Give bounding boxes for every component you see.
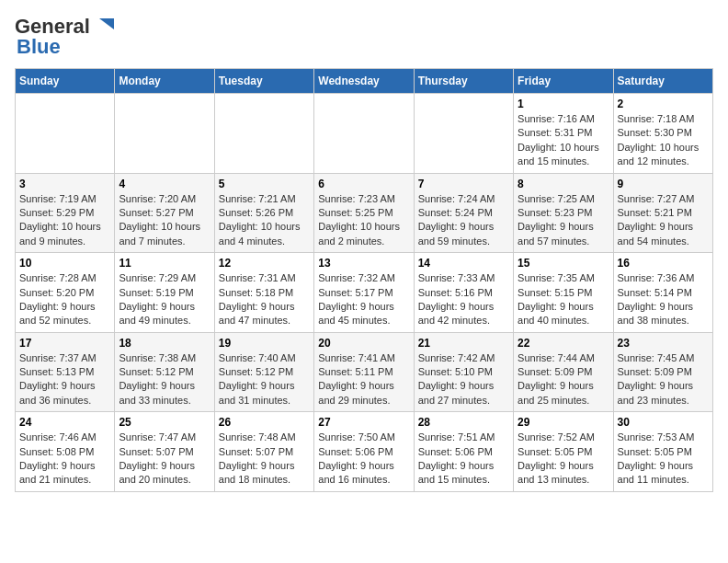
day-info: Sunrise: 7:50 AMSunset: 5:06 PMDaylight:…: [318, 431, 409, 488]
calendar-cell: 9Sunrise: 7:27 AMSunset: 5:21 PMDaylight…: [613, 173, 712, 253]
day-info: Sunrise: 7:35 AMSunset: 5:15 PMDaylight:…: [518, 271, 609, 328]
day-info: Sunrise: 7:47 AMSunset: 5:07 PMDaylight:…: [119, 431, 210, 488]
calendar: SundayMondayTuesdayWednesdayThursdayFrid…: [15, 68, 713, 492]
day-number: 14: [418, 257, 509, 270]
day-number: 3: [19, 178, 110, 190]
calendar-cell: [414, 94, 513, 174]
day-number: 11: [119, 257, 210, 270]
calendar-cell: 23Sunrise: 7:45 AMSunset: 5:09 PMDayligh…: [613, 332, 712, 412]
calendar-cell: 29Sunrise: 7:52 AMSunset: 5:05 PMDayligh…: [514, 412, 613, 492]
day-info: Sunrise: 7:42 AMSunset: 5:10 PMDaylight:…: [418, 351, 509, 408]
calendar-cell: 19Sunrise: 7:40 AMSunset: 5:12 PMDayligh…: [214, 332, 313, 412]
header: General Blue: [15, 15, 713, 59]
calendar-cell: 18Sunrise: 7:38 AMSunset: 5:12 PMDayligh…: [115, 332, 214, 412]
calendar-cell: 28Sunrise: 7:51 AMSunset: 5:06 PMDayligh…: [414, 412, 513, 492]
svg-marker-0: [99, 18, 114, 29]
day-info: Sunrise: 7:52 AMSunset: 5:05 PMDaylight:…: [518, 431, 609, 488]
calendar-week-row: 1Sunrise: 7:16 AMSunset: 5:31 PMDaylight…: [16, 94, 713, 174]
weekday-header-row: SundayMondayTuesdayWednesdayThursdayFrid…: [16, 69, 713, 94]
weekday-header-cell: Saturday: [613, 69, 712, 94]
weekday-header-cell: Wednesday: [314, 69, 414, 94]
calendar-cell: 8Sunrise: 7:25 AMSunset: 5:23 PMDaylight…: [514, 173, 613, 253]
day-number: 26: [219, 416, 310, 429]
day-info: Sunrise: 7:27 AMSunset: 5:21 PMDaylight:…: [618, 192, 709, 249]
calendar-week-row: 24Sunrise: 7:46 AMSunset: 5:08 PMDayligh…: [16, 412, 713, 492]
day-number: 22: [518, 337, 609, 350]
day-number: 20: [318, 337, 409, 350]
day-number: 5: [219, 178, 310, 190]
day-info: Sunrise: 7:33 AMSunset: 5:16 PMDaylight:…: [418, 271, 509, 328]
calendar-cell: 24Sunrise: 7:46 AMSunset: 5:08 PMDayligh…: [16, 412, 115, 492]
calendar-cell: 6Sunrise: 7:23 AMSunset: 5:25 PMDaylight…: [314, 173, 414, 253]
day-info: Sunrise: 7:31 AMSunset: 5:18 PMDaylight:…: [219, 271, 310, 328]
day-info: Sunrise: 7:44 AMSunset: 5:09 PMDaylight:…: [518, 351, 609, 408]
calendar-cell: 12Sunrise: 7:31 AMSunset: 5:18 PMDayligh…: [214, 253, 313, 333]
weekday-header-cell: Sunday: [16, 69, 115, 94]
day-number: 30: [618, 416, 709, 429]
day-info: Sunrise: 7:25 AMSunset: 5:23 PMDaylight:…: [518, 192, 609, 249]
calendar-cell: [314, 94, 414, 174]
day-number: 18: [119, 337, 210, 350]
day-number: 19: [219, 337, 310, 350]
day-number: 27: [318, 416, 409, 429]
calendar-body: 1Sunrise: 7:16 AMSunset: 5:31 PMDaylight…: [16, 94, 713, 492]
calendar-cell: [214, 94, 313, 174]
weekday-header-cell: Monday: [115, 69, 214, 94]
calendar-cell: 15Sunrise: 7:35 AMSunset: 5:15 PMDayligh…: [514, 253, 613, 333]
day-number: 13: [318, 257, 409, 270]
weekday-header-cell: Friday: [514, 69, 613, 94]
calendar-cell: 14Sunrise: 7:33 AMSunset: 5:16 PMDayligh…: [414, 253, 513, 333]
day-info: Sunrise: 7:41 AMSunset: 5:11 PMDaylight:…: [318, 351, 409, 408]
day-info: Sunrise: 7:40 AMSunset: 5:12 PMDaylight:…: [219, 351, 310, 408]
day-number: 24: [19, 416, 110, 429]
day-number: 15: [518, 257, 609, 270]
day-number: 29: [518, 416, 609, 429]
day-info: Sunrise: 7:32 AMSunset: 5:17 PMDaylight:…: [318, 271, 409, 328]
day-number: 7: [418, 178, 509, 190]
day-number: 28: [418, 416, 509, 429]
calendar-cell: 13Sunrise: 7:32 AMSunset: 5:17 PMDayligh…: [314, 253, 414, 333]
calendar-cell: 10Sunrise: 7:28 AMSunset: 5:20 PMDayligh…: [16, 253, 115, 333]
day-number: 10: [19, 257, 110, 270]
day-number: 16: [618, 257, 709, 270]
day-info: Sunrise: 7:24 AMSunset: 5:24 PMDaylight:…: [418, 192, 509, 249]
day-info: Sunrise: 7:16 AMSunset: 5:31 PMDaylight:…: [518, 112, 609, 169]
calendar-cell: 16Sunrise: 7:36 AMSunset: 5:14 PMDayligh…: [613, 253, 712, 333]
calendar-cell: 7Sunrise: 7:24 AMSunset: 5:24 PMDaylight…: [414, 173, 513, 253]
day-number: 23: [618, 337, 709, 350]
calendar-cell: 11Sunrise: 7:29 AMSunset: 5:19 PMDayligh…: [115, 253, 214, 333]
calendar-cell: 3Sunrise: 7:19 AMSunset: 5:29 PMDaylight…: [16, 173, 115, 253]
calendar-week-row: 10Sunrise: 7:28 AMSunset: 5:20 PMDayligh…: [16, 253, 713, 333]
day-number: 12: [219, 257, 310, 270]
calendar-cell: 4Sunrise: 7:20 AMSunset: 5:27 PMDaylight…: [115, 173, 214, 253]
calendar-cell: 20Sunrise: 7:41 AMSunset: 5:11 PMDayligh…: [314, 332, 414, 412]
day-info: Sunrise: 7:28 AMSunset: 5:20 PMDaylight:…: [19, 271, 110, 328]
day-info: Sunrise: 7:36 AMSunset: 5:14 PMDaylight:…: [618, 271, 709, 328]
calendar-cell: 22Sunrise: 7:44 AMSunset: 5:09 PMDayligh…: [514, 332, 613, 412]
logo: General Blue: [15, 15, 116, 59]
calendar-cell: 30Sunrise: 7:53 AMSunset: 5:05 PMDayligh…: [613, 412, 712, 492]
day-info: Sunrise: 7:38 AMSunset: 5:12 PMDaylight:…: [119, 351, 210, 408]
calendar-week-row: 3Sunrise: 7:19 AMSunset: 5:29 PMDaylight…: [16, 173, 713, 253]
calendar-cell: 5Sunrise: 7:21 AMSunset: 5:26 PMDaylight…: [214, 173, 313, 253]
day-info: Sunrise: 7:48 AMSunset: 5:07 PMDaylight:…: [219, 431, 310, 488]
calendar-cell: 2Sunrise: 7:18 AMSunset: 5:30 PMDaylight…: [613, 94, 712, 174]
calendar-cell: [16, 94, 115, 174]
weekday-header-cell: Thursday: [414, 69, 513, 94]
day-number: 25: [119, 416, 210, 429]
weekday-header-cell: Tuesday: [214, 69, 313, 94]
day-info: Sunrise: 7:46 AMSunset: 5:08 PMDaylight:…: [19, 431, 110, 488]
logo-arrow-icon: [90, 17, 116, 37]
day-info: Sunrise: 7:53 AMSunset: 5:05 PMDaylight:…: [618, 431, 709, 488]
day-info: Sunrise: 7:29 AMSunset: 5:19 PMDaylight:…: [119, 271, 210, 328]
day-number: 6: [318, 178, 409, 190]
logo-blue: Blue: [17, 35, 61, 58]
day-info: Sunrise: 7:18 AMSunset: 5:30 PMDaylight:…: [618, 112, 709, 169]
day-number: 21: [418, 337, 509, 350]
day-number: 17: [19, 337, 110, 350]
calendar-week-row: 17Sunrise: 7:37 AMSunset: 5:13 PMDayligh…: [16, 332, 713, 412]
day-info: Sunrise: 7:45 AMSunset: 5:09 PMDaylight:…: [618, 351, 709, 408]
day-info: Sunrise: 7:21 AMSunset: 5:26 PMDaylight:…: [219, 192, 310, 249]
calendar-cell: 1Sunrise: 7:16 AMSunset: 5:31 PMDaylight…: [514, 94, 613, 174]
day-number: 4: [119, 178, 210, 190]
